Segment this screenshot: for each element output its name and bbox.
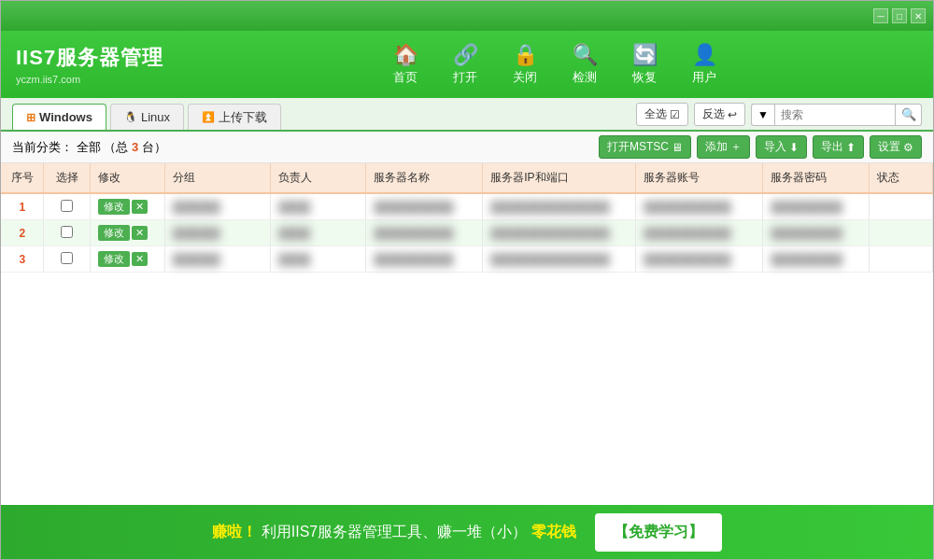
cell-name: ██████████ — [366, 193, 483, 220]
mstsc-icon: 🖥 — [672, 141, 683, 154]
col-modify: 修改 — [91, 163, 164, 193]
footer-exclaim: 赚啦！ — [212, 524, 257, 539]
select-all-button[interactable]: 全选 ☑ — [636, 103, 688, 126]
tab-upload-label: 上传下载 — [219, 109, 267, 126]
cell-name: ██████████ — [366, 246, 483, 273]
mstsc-label: 打开MSTSC — [607, 139, 669, 155]
cell-status — [869, 246, 932, 273]
settings-button[interactable]: 设置 ⚙ — [870, 135, 922, 159]
import-icon: ⬇ — [789, 141, 799, 154]
nav-restore-label: 恢复 — [632, 69, 657, 86]
import-label: 导入 — [764, 139, 786, 155]
invert-label: 反选 — [702, 106, 725, 122]
cell-ip: ███████████████ — [483, 220, 636, 246]
import-button[interactable]: 导入 ⬇ — [756, 135, 807, 159]
open-icon: 🔗 — [453, 43, 478, 67]
modify-button-1[interactable]: 修改 — [98, 199, 130, 215]
tab-upload[interactable]: ⏫ 上传下载 — [188, 104, 281, 130]
cell-num: 3 — [1, 246, 44, 273]
action-buttons: 打开MSTSC 🖥 添加 ＋ 导入 ⬇ 导出 ⬆ 设置 ⚙ — [599, 135, 922, 159]
nav-open[interactable]: 🔗 打开 — [439, 37, 491, 91]
col-name: 服务器名称 — [366, 163, 483, 193]
app-title: IIS7服务器管理 — [16, 44, 163, 72]
add-label: 添加 — [705, 139, 728, 155]
cell-group: ██████ — [164, 193, 270, 220]
logo-area: IIS7服务器管理 yczm.iis7.com — [16, 44, 163, 85]
invert-select-button[interactable]: 反选 ↩ — [694, 103, 745, 126]
cell-group: ██████ — [164, 220, 270, 246]
home-icon: 🏠 — [393, 43, 418, 67]
nav-restore[interactable]: 🔄 恢复 — [618, 37, 671, 91]
nav-detect[interactable]: 🔍 检测 — [559, 37, 611, 91]
cell-password: █████████ — [763, 220, 869, 246]
cell-account: ███████████ — [636, 220, 763, 246]
delete-button-1[interactable]: ✕ — [132, 200, 148, 214]
title-controls: ─ □ ✕ — [873, 8, 926, 23]
cell-account: ███████████ — [636, 193, 763, 220]
cell-password: █████████ — [763, 246, 869, 273]
col-status: 状态 — [869, 163, 932, 193]
cell-status — [869, 220, 932, 246]
search-input[interactable] — [774, 104, 896, 126]
cell-status — [869, 193, 932, 220]
export-button[interactable]: 导出 ⬆ — [813, 135, 864, 159]
cell-group: ██████ — [164, 246, 270, 273]
modify-button-2[interactable]: 修改 — [98, 225, 130, 241]
cell-password: █████████ — [763, 193, 869, 220]
add-button[interactable]: 添加 ＋ — [697, 135, 750, 159]
add-icon: ＋ — [730, 139, 742, 155]
cell-ip: ███████████████ — [483, 246, 636, 273]
delete-button-2[interactable]: ✕ — [132, 226, 148, 240]
open-mstsc-button[interactable]: 打开MSTSC 🖥 — [599, 135, 691, 159]
table-header-row: 序号 选择 修改 分组 负责人 服务器名称 服务器IP和端口 服务器账号 服务器… — [1, 163, 933, 193]
minimize-button[interactable]: ─ — [873, 8, 888, 23]
cell-ip: ███████████████ — [483, 193, 636, 220]
invert-icon: ↩ — [728, 108, 737, 121]
cell-name: ██████████ — [366, 220, 483, 246]
search-button[interactable]: 🔍 — [896, 104, 922, 126]
cell-num: 1 — [1, 193, 44, 220]
nav-open-label: 打开 — [453, 69, 477, 86]
learn-free-button[interactable]: 【免费学习】 — [595, 513, 722, 552]
cell-checkbox[interactable] — [44, 246, 91, 273]
cell-actions: 修改✕ — [91, 246, 164, 273]
row-checkbox-1[interactable] — [61, 200, 73, 212]
tab-windows[interactable]: ⊞ Windows — [12, 104, 106, 130]
footer-banner: 赚啦！ 利用IIS7服务器管理工具、赚一堆（小） 零花钱 【免费学习】 — [1, 505, 933, 559]
row-checkbox-3[interactable] — [61, 252, 73, 264]
close-button[interactable]: ✕ — [911, 8, 926, 23]
cell-owner: ████ — [271, 193, 366, 220]
export-icon: ⬆ — [846, 141, 856, 154]
footer-highlight: 零花钱 — [531, 524, 576, 539]
cell-checkbox[interactable] — [44, 220, 91, 246]
main-window: ─ □ ✕ IIS7服务器管理 yczm.iis7.com 🏠 首页 🔗 打开 … — [0, 0, 934, 560]
cell-owner: ████ — [271, 220, 366, 246]
search-dropdown[interactable]: ▼ — [751, 104, 774, 126]
settings-icon: ⚙ — [903, 141, 913, 154]
tab-linux[interactable]: 🐧 Linux — [110, 104, 184, 130]
nav-home[interactable]: 🏠 首页 — [379, 37, 432, 91]
footer-text: 赚啦！ 利用IIS7服务器管理工具、赚一堆（小） 零花钱 — [212, 523, 575, 542]
nav-buttons: 🏠 首页 🔗 打开 🔒 关闭 🔍 检测 🔄 恢复 👤 用户 — [191, 37, 918, 91]
search-icon: 🔍 — [901, 107, 916, 121]
export-label: 导出 — [821, 139, 843, 155]
category-total-count: 3 — [132, 140, 138, 154]
table-row: 3 修改✕ ██████ ████ ██████████ ███████████… — [1, 246, 933, 273]
restore-icon: 🔄 — [632, 43, 658, 67]
nav-close[interactable]: 🔒 关闭 — [499, 37, 551, 91]
nav-home-label: 首页 — [393, 69, 417, 86]
col-owner: 负责人 — [271, 163, 366, 193]
nav-close-label: 关闭 — [513, 69, 537, 86]
nav-user[interactable]: 👤 用户 — [678, 37, 730, 91]
modify-button-3[interactable]: 修改 — [98, 251, 130, 267]
cell-checkbox[interactable] — [44, 193, 91, 220]
nav-detect-label: 检测 — [573, 69, 597, 86]
select-all-icon: ☑ — [670, 108, 680, 121]
footer-body: 利用IIS7服务器管理工具、赚一堆（小） — [262, 524, 527, 539]
row-checkbox-2[interactable] — [61, 226, 73, 238]
delete-button-3[interactable]: ✕ — [132, 252, 148, 266]
maximize-button[interactable]: □ — [892, 8, 907, 23]
cell-actions: 修改✕ — [91, 220, 164, 246]
col-ip: 服务器IP和端口 — [483, 163, 636, 193]
detect-icon: 🔍 — [573, 43, 598, 67]
